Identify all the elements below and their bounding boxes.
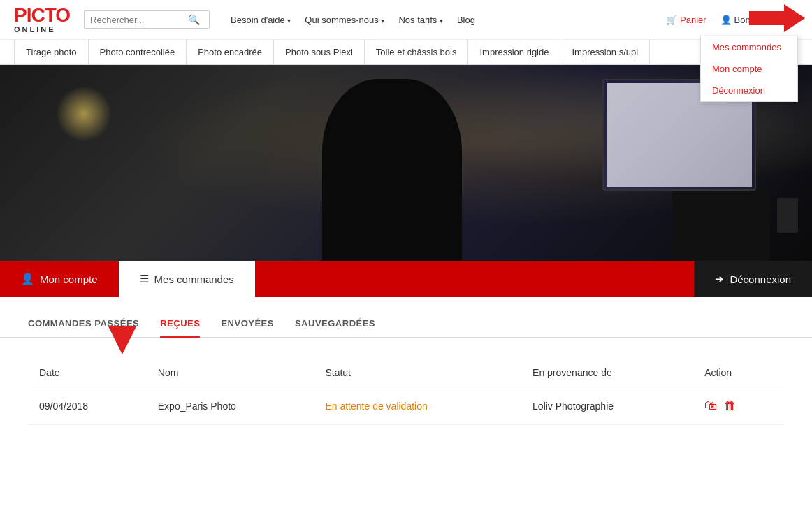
mes-commandes-btn[interactable]: ☰ Mes commandes bbox=[119, 261, 255, 297]
row-date: 09/04/2018 bbox=[28, 387, 147, 425]
account-bar: 👤 Mon compte ☰ Mes commandes ➔ Déconnexi… bbox=[0, 261, 812, 297]
tab-recues[interactable]: REÇUES bbox=[160, 311, 200, 338]
col-action: Action bbox=[693, 359, 784, 387]
deconnexion-label: Déconnexion bbox=[730, 273, 791, 285]
search-icon[interactable]: 🔍 bbox=[188, 14, 200, 25]
row-provenance: Loliv Photographie bbox=[521, 387, 693, 425]
right-nav: 🛒 Panier 👤 Bonjour Lolive ▾ Mes commande… bbox=[666, 15, 798, 25]
nav-tirage-photo[interactable]: Tirage photo bbox=[14, 40, 89, 64]
table-row: 09/04/2018 Expo_Paris Photo En attente d… bbox=[28, 387, 784, 425]
mes-commandes-label: Mes commandes bbox=[154, 273, 234, 285]
nav-photo-contrecollee[interactable]: Photo contrecollée bbox=[89, 40, 187, 64]
nav-photo-encadree[interactable]: Photo encadrée bbox=[187, 40, 274, 64]
panier-link[interactable]: 🛒 Panier bbox=[666, 15, 706, 25]
svg-marker-1 bbox=[108, 326, 136, 354]
search-container: 🔍 bbox=[84, 10, 210, 29]
user-icon: 👤 bbox=[720, 15, 732, 25]
hero-item bbox=[777, 198, 798, 233]
nav-links: Besoin d'aide ▾ Qui sommes-nous ▾ Nos ta… bbox=[231, 15, 666, 25]
status-pending-badge: En attente de validation bbox=[325, 401, 427, 412]
mes-commandes-icon: ☰ bbox=[140, 273, 149, 285]
row-statut: En attente de validation bbox=[314, 387, 521, 425]
nav-toile-chassis[interactable]: Toile et châssis bois bbox=[365, 40, 469, 64]
nav-qui-sommes-nous[interactable]: Qui sommes-nous ▾ bbox=[305, 15, 384, 25]
tabs-section: COMMANDES PASSÉES REÇUES ENVOYÉES SAUVEG… bbox=[0, 297, 812, 338]
tabs-container: COMMANDES PASSÉES REÇUES ENVOYÉES SAUVEG… bbox=[28, 311, 784, 337]
col-provenance: En provenance de bbox=[521, 359, 693, 387]
hero-person-silhouette bbox=[322, 79, 462, 261]
table-header-row: Date Nom Statut En provenance de Action bbox=[28, 359, 784, 387]
col-date: Date bbox=[28, 359, 147, 387]
col-statut: Statut bbox=[314, 359, 521, 387]
user-arrow-icon: ▾ bbox=[795, 16, 798, 24]
dropdown-mes-commandes[interactable]: Mes commandes bbox=[701, 36, 797, 58]
nav-impression-supl[interactable]: Impression s/upl bbox=[560, 40, 650, 64]
hero-image bbox=[0, 65, 812, 261]
dropdown-mon-compte[interactable]: Mon compte bbox=[701, 58, 797, 80]
nav-tarifs[interactable]: Nos tarifs ▾ bbox=[398, 15, 443, 25]
delete-icon[interactable]: 🗑 bbox=[724, 398, 737, 413]
secondary-nav: Tirage photo Photo contrecollée Photo en… bbox=[0, 40, 812, 65]
action-icons: 🛍 🗑 bbox=[704, 398, 773, 413]
orders-table: Date Nom Statut En provenance de Action … bbox=[28, 359, 784, 425]
col-nom: Nom bbox=[147, 359, 314, 387]
logout-icon: ➔ bbox=[715, 273, 724, 285]
row-nom: Expo_Paris Photo bbox=[147, 387, 314, 425]
hero-desk bbox=[672, 191, 770, 261]
user-label: Bonjour Lolive bbox=[734, 15, 792, 25]
cart-icon: 🛒 bbox=[666, 15, 677, 25]
arrow-to-recues bbox=[108, 326, 136, 357]
logo-online: ONLINE bbox=[14, 25, 70, 34]
mon-compte-btn[interactable]: 👤 Mon compte bbox=[0, 261, 119, 297]
hero-glow-left bbox=[56, 86, 112, 142]
tab-envoyees[interactable]: ENVOYÉES bbox=[221, 311, 274, 338]
search-input[interactable] bbox=[90, 15, 188, 25]
panier-label: Panier bbox=[680, 15, 706, 25]
mon-compte-icon: 👤 bbox=[21, 273, 34, 285]
dropdown-deconnexion[interactable]: Déconnexion bbox=[701, 80, 797, 101]
tab-sauvegardees[interactable]: SAUVEGARDÉES bbox=[295, 311, 375, 338]
deconnexion-btn[interactable]: ➔ Déconnexion bbox=[694, 261, 812, 297]
nav-blog[interactable]: Blog bbox=[457, 15, 475, 25]
nav-besoin-aide[interactable]: Besoin d'aide ▾ bbox=[231, 15, 291, 25]
logo[interactable]: PICTO ONLINE bbox=[14, 6, 70, 34]
dropdown-menu: Mes commandes Mon compte Déconnexion bbox=[700, 36, 798, 102]
main-header: PICTO ONLINE 🔍 Besoin d'aide ▾ Qui somme… bbox=[0, 0, 812, 40]
nav-photo-sous-plexi[interactable]: Photo sous Plexi bbox=[274, 40, 365, 64]
row-action: 🛍 🗑 bbox=[693, 387, 784, 425]
user-link[interactable]: 👤 Bonjour Lolive ▾ bbox=[720, 15, 798, 25]
nav-impression-rigide[interactable]: Impression rigide bbox=[468, 40, 560, 64]
mon-compte-label: Mon compte bbox=[40, 273, 98, 285]
logo-picto: PICTO bbox=[14, 6, 70, 25]
view-icon[interactable]: 🛍 bbox=[704, 398, 717, 413]
